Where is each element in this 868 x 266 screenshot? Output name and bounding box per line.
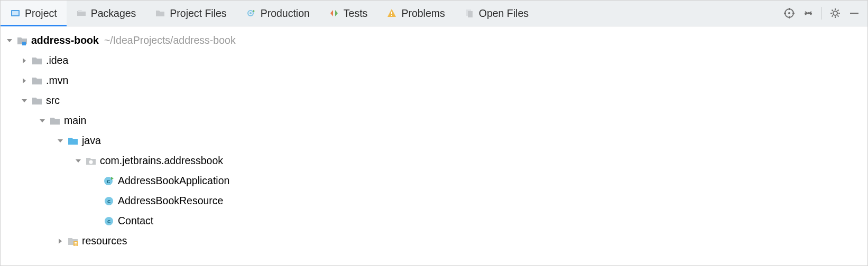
project-view-icon [10, 8, 21, 18]
tab-label: Production [261, 7, 310, 20]
tab-label: Problems [401, 7, 445, 20]
tab-label: Tests [344, 7, 368, 20]
folder-stack-icon [76, 8, 87, 18]
tree-node-label: AddressBookApplication [118, 176, 229, 186]
package-icon [85, 155, 97, 167]
tree-node-src[interactable]: src [5, 91, 867, 111]
chevron-down-icon[interactable] [38, 118, 47, 124]
chevron-right-icon[interactable] [56, 238, 65, 244]
chevron-right-icon[interactable] [20, 58, 29, 64]
tab-label: Packages [91, 7, 136, 20]
gear-run-icon [246, 8, 256, 18]
tab-project[interactable]: Project [1, 1, 67, 26]
tree-node-root[interactable]: address-book ~/IdeaProjects/address-book [5, 31, 867, 51]
tab-open-files[interactable]: Open Files [455, 1, 538, 26]
source-root-icon [67, 135, 79, 147]
tree-node-label: com.jetbrains.addressbook [100, 156, 223, 166]
svg-text:c: c [107, 198, 110, 204]
svg-rect-1 [12, 11, 19, 15]
svg-rect-24 [850, 13, 858, 14]
svg-rect-25 [22, 42, 26, 45]
hide-icon[interactable] [848, 7, 860, 19]
files-icon [464, 8, 475, 18]
tree-node-label: Contact [118, 216, 153, 226]
gear-icon[interactable] [829, 7, 841, 19]
tree-node-path: ~/IdeaProjects/address-book [104, 35, 236, 46]
tab-label: Project [25, 7, 57, 20]
tree-node-idea[interactable]: .idea [5, 51, 867, 71]
svg-point-3 [250, 12, 252, 14]
tree-node-label: address-book [31, 35, 99, 46]
chevron-down-icon[interactable] [5, 37, 14, 44]
svg-rect-34 [75, 242, 77, 243]
svg-point-26 [89, 160, 93, 164]
warning-icon [386, 8, 397, 18]
folder-icon [31, 55, 43, 66]
tab-label: Open Files [479, 7, 529, 20]
module-icon [16, 35, 28, 46]
tab-project-files[interactable]: Project Files [145, 1, 236, 26]
tree-node-label: .mvn [46, 75, 68, 86]
tree-node-resources[interactable]: resources [5, 231, 867, 251]
tests-icon [329, 8, 339, 18]
resources-root-icon [67, 235, 79, 247]
tab-problems[interactable]: Problems [377, 1, 454, 26]
tree-node-class-resource[interactable]: c AddressBookResource [5, 191, 867, 211]
collapse-all-icon[interactable] [802, 7, 814, 19]
tree-node-class-application[interactable]: c AddressBookApplication [5, 171, 867, 191]
tree-node-label: .idea [46, 55, 68, 66]
tree-node-class-contact[interactable]: c Contact [5, 211, 867, 231]
folder-icon [155, 8, 165, 18]
tab-label: Project Files [170, 7, 226, 20]
svg-text:c: c [107, 218, 110, 224]
runnable-class-icon: c [103, 175, 115, 187]
tool-window-actions [776, 1, 867, 26]
tree-node-java[interactable]: java [5, 131, 867, 151]
folder-icon [31, 95, 43, 107]
tree-node-label: resources [82, 236, 127, 246]
svg-point-13 [788, 12, 790, 14]
locate-icon[interactable] [783, 7, 795, 19]
class-icon: c [103, 215, 115, 227]
tree-node-label: main [64, 116, 86, 126]
chevron-down-icon[interactable] [20, 98, 29, 104]
tree-node-mvn[interactable]: .mvn [5, 71, 867, 91]
tree-node-label: AddressBookResource [118, 196, 223, 206]
svg-point-15 [833, 11, 837, 15]
svg-line-20 [832, 10, 833, 11]
tab-packages[interactable]: Packages [67, 1, 146, 26]
tab-production[interactable]: Production [236, 1, 319, 26]
svg-line-23 [832, 15, 833, 16]
folder-icon [49, 115, 61, 127]
svg-text:c: c [107, 178, 110, 184]
svg-line-21 [837, 15, 838, 16]
tree-node-package[interactable]: com.jetbrains.addressbook [5, 151, 867, 171]
chevron-right-icon[interactable] [20, 78, 29, 84]
tree-node-label: src [46, 96, 60, 106]
svg-rect-36 [75, 245, 77, 245]
tree-node-label: java [82, 136, 101, 146]
svg-rect-4 [391, 12, 392, 14]
folder-icon [31, 75, 43, 87]
svg-rect-35 [75, 243, 77, 244]
svg-rect-5 [391, 15, 392, 16]
project-tree[interactable]: address-book ~/IdeaProjects/address-book… [1, 26, 867, 253]
chevron-down-icon[interactable] [56, 138, 65, 144]
svg-line-22 [837, 10, 838, 11]
class-icon: c [103, 195, 115, 207]
svg-rect-7 [468, 11, 473, 17]
chevron-down-icon[interactable] [73, 158, 83, 164]
tree-node-main[interactable]: main [5, 111, 867, 131]
project-view-tabs: Project Packages Project Files Productio… [1, 1, 867, 26]
tab-tests[interactable]: Tests [319, 1, 377, 26]
